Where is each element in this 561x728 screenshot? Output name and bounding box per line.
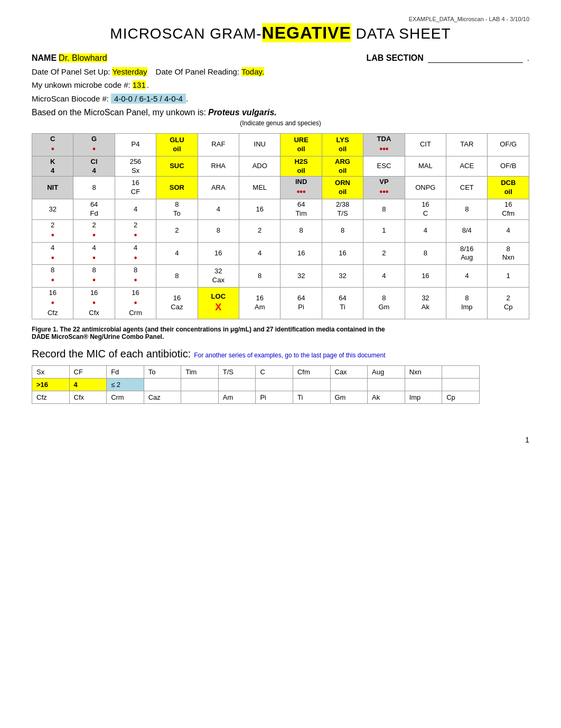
mic-v2-Cp: Cp bbox=[442, 391, 480, 403]
date-setup-value: Yesterday bbox=[112, 67, 147, 76]
data-r1c4: 8To bbox=[156, 199, 198, 220]
data-r5c3: 16•Crm bbox=[115, 288, 156, 319]
cell-RHA: RHA bbox=[198, 156, 239, 177]
mic-v1-Fd: ≤ 2 bbox=[107, 378, 144, 391]
mic-v1-Sx: >16 bbox=[32, 378, 70, 391]
mic-v2-Caz: Caz bbox=[144, 391, 181, 403]
record-row: Record the MIC of each antibiotic: For a… bbox=[32, 348, 529, 360]
cell-256Sx: 256Sx bbox=[115, 156, 156, 177]
data-r2c4: 2 bbox=[156, 219, 198, 242]
mic-table: Sx CF Fd To Tim T/S C Cfm Cax Aug Nxn >1… bbox=[32, 365, 480, 404]
mic-v2-Gm: Gm bbox=[330, 391, 368, 403]
file-label: EXAMPLE_DATA_Microscan - LAB 4 - 3/10/10 bbox=[32, 16, 529, 22]
mic-v1-CF: 4 bbox=[69, 378, 107, 391]
mic-v1-Cax bbox=[330, 378, 368, 391]
data-r2c3: 2• bbox=[115, 219, 156, 242]
mic-h-To: To bbox=[144, 365, 181, 378]
cell-DCB: DCBoil bbox=[488, 177, 529, 199]
lab-section: LAB SECTION . bbox=[366, 53, 529, 63]
data-r5c12: 2Cp bbox=[488, 288, 529, 319]
cell-IND: IND••• bbox=[280, 177, 322, 199]
biocode-row: MicroScan Biocode #: 4-0-0 / 6-1-5 / 4-0… bbox=[32, 94, 529, 104]
date-reading-label: Date Of Panel Reading: bbox=[156, 67, 239, 76]
name-row: NAMEDr. Blowhard LAB SECTION . bbox=[32, 53, 529, 63]
cell-VP: VP••• bbox=[363, 177, 405, 199]
data-r4c12: 1 bbox=[488, 265, 529, 288]
data-r3c11: 8/16Aug bbox=[446, 242, 488, 265]
data-r4c3: 8• bbox=[115, 265, 156, 288]
mic-v1-Aug bbox=[368, 378, 405, 391]
data-r4c1: 8• bbox=[32, 265, 73, 288]
cell-ONPG: ONPG bbox=[405, 177, 446, 199]
cell-LYS: LYSoil bbox=[322, 134, 363, 156]
record-sub: For another series of examples, go to th… bbox=[194, 352, 385, 359]
data-r3c1: 4• bbox=[32, 242, 73, 265]
mic-v2-Cfz: Cfz bbox=[32, 391, 70, 403]
data-r4c7: 32 bbox=[280, 265, 322, 288]
mic-h-Tim: Tim bbox=[181, 365, 219, 378]
data-r1c9: 8 bbox=[363, 199, 405, 220]
cell-G: G• bbox=[73, 134, 115, 156]
data-r1c3: 4 bbox=[115, 199, 156, 220]
title-gram: GRAM- bbox=[210, 25, 261, 42]
cell-RAF: RAF bbox=[198, 134, 239, 156]
cell-P4: P4 bbox=[115, 134, 156, 156]
record-label: Record the MIC of each antibiotic: bbox=[32, 348, 191, 360]
data-r5c10: 32Ak bbox=[405, 288, 446, 319]
page-number: 1 bbox=[32, 436, 529, 444]
cell-H2S: H2Soil bbox=[280, 156, 322, 177]
mic-v2-Am: Am bbox=[218, 391, 256, 403]
data-r1c7: 64Tim bbox=[280, 199, 322, 220]
data-r2c11: 8/4 bbox=[446, 219, 488, 242]
data-r2c5: 8 bbox=[198, 219, 239, 242]
name-value: Dr. Blowhard bbox=[59, 53, 107, 62]
data-r2c9: 1 bbox=[363, 219, 405, 242]
mic-v1-C bbox=[256, 378, 293, 391]
cell-OFG: OF/G bbox=[488, 134, 529, 156]
based-on-label: Based on the MicroScan Panel, my unkown … bbox=[32, 108, 206, 117]
biocode-label: MicroScan Biocode #: bbox=[32, 94, 109, 103]
data-r3c6: 4 bbox=[239, 242, 280, 265]
data-r1c6: 16 bbox=[239, 199, 280, 220]
data-r2c6: 2 bbox=[239, 219, 280, 242]
mic-v1-To bbox=[144, 378, 181, 391]
data-r3c4: 4 bbox=[156, 242, 198, 265]
data-r1c12: 16Cfm bbox=[488, 199, 529, 220]
data-r4c5: 32Cax bbox=[198, 265, 239, 288]
title-microscan: MICROSCAN bbox=[110, 25, 205, 42]
data-r3c2: 4• bbox=[73, 242, 115, 265]
cell-TDA: TDA••• bbox=[363, 134, 405, 156]
data-r4c9: 4 bbox=[363, 265, 405, 288]
data-r1c11: 8 bbox=[446, 199, 488, 220]
cell-URE: UREoil bbox=[280, 134, 322, 156]
data-r1c5: 4 bbox=[198, 199, 239, 220]
cell-TAR: TAR bbox=[446, 134, 488, 156]
mic-h-C: C bbox=[256, 365, 293, 378]
data-r5c1: 16•Cfz bbox=[32, 288, 73, 319]
date-setup-label: Date Of Panel Set Up: bbox=[32, 67, 110, 76]
title-rest: DATA SHEET bbox=[351, 25, 451, 42]
microbe-label: My unkown microbe code #: bbox=[32, 80, 130, 89]
data-r5c8: 64Ti bbox=[322, 288, 363, 319]
mic-v1-TS bbox=[218, 378, 256, 391]
data-r2c2: 2• bbox=[73, 219, 115, 242]
main-title: MICROSCAN GRAM-NEGATIVE DATA SHEET bbox=[32, 23, 529, 43]
data-r4c6: 8 bbox=[239, 265, 280, 288]
cell-8: 8 bbox=[73, 177, 115, 199]
cell-NIT: NIT bbox=[32, 177, 73, 199]
mic-v2-Pi: Pi bbox=[256, 391, 293, 403]
mic-v2-Ak: Ak bbox=[368, 391, 405, 403]
mic-v1-empty bbox=[442, 378, 480, 391]
cell-ADO: ADO bbox=[239, 156, 280, 177]
mic-v2-empty bbox=[181, 391, 219, 403]
data-r1c8: 2/38T/S bbox=[322, 199, 363, 220]
cell-INU: INU bbox=[239, 134, 280, 156]
data-r3c7: 16 bbox=[280, 242, 322, 265]
data-r2c1: 2• bbox=[32, 219, 73, 242]
figure-caption: Figure 1. The 22 antimicrobial agents (a… bbox=[32, 326, 401, 340]
mic-v2-Cfx: Cfx bbox=[69, 391, 107, 403]
data-r4c2: 8• bbox=[73, 265, 115, 288]
mic-h-TS: T/S bbox=[218, 365, 256, 378]
data-r2c8: 8 bbox=[322, 219, 363, 242]
cell-ESC: ESC bbox=[363, 156, 405, 177]
